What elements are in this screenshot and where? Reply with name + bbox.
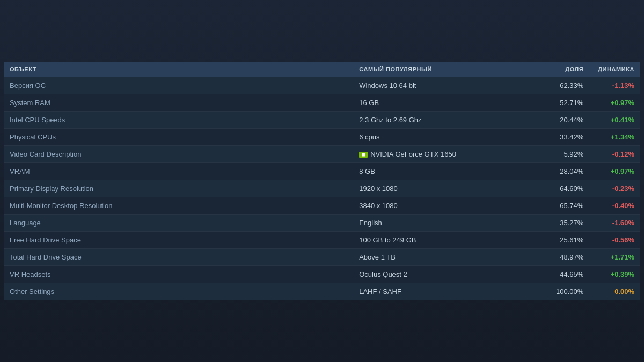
table-row: Intel CPU Speeds2.3 Ghz to 2.69 Ghz20.44… (4, 112, 640, 129)
table-row: VRAM8 GB28.04%+0.97% (4, 163, 640, 180)
cell-object: Video Card Description (4, 146, 354, 163)
cell-popular: ◼NVIDIA GeForce GTX 1650 (354, 146, 532, 163)
cell-share: 20.44% (532, 112, 589, 129)
cell-object: System RAM (4, 94, 354, 112)
table-row: Total Hard Drive SpaceAbove 1 TB48.97%+1… (4, 249, 640, 266)
cell-share: 28.04% (532, 163, 589, 180)
cell-share: 48.97% (532, 249, 589, 266)
cell-popular: Oculus Quest 2 (354, 266, 532, 283)
cell-dynamic: -1.13% (589, 77, 640, 94)
nvidia-icon: ◼ (359, 152, 368, 158)
cell-object: Total Hard Drive Space (4, 249, 354, 266)
cell-dynamic: 0.00% (589, 283, 640, 300)
cell-popular: 16 GB (354, 94, 532, 112)
table-header-row: ОБЪЕКТ САМЫЙ ПОПУЛЯРНЫЙ ДОЛЯ ДИНАМИКА (4, 62, 640, 77)
cell-object: Intel CPU Speeds (4, 112, 354, 129)
table-row: LanguageEnglish35.27%-1.60% (4, 215, 640, 232)
cell-share: 25.61% (532, 232, 589, 249)
table-row: VR HeadsetsOculus Quest 244.65%+0.39% (4, 266, 640, 283)
cell-dynamic: -1.60% (589, 215, 640, 232)
stats-table: ОБЪЕКТ САМЫЙ ПОПУЛЯРНЫЙ ДОЛЯ ДИНАМИКА Ве… (4, 62, 640, 300)
cell-dynamic: -0.40% (589, 197, 640, 215)
table-row: Video Card Description◼NVIDIA GeForce GT… (4, 146, 640, 163)
cell-object: Other Settings (4, 283, 354, 300)
header-dynamic: ДИНАМИКА (589, 62, 640, 77)
cell-popular: 100 GB to 249 GB (354, 232, 532, 249)
table-row: Primary Display Resolution1920 x 108064.… (4, 180, 640, 197)
header-share: ДОЛЯ (532, 62, 589, 77)
cell-object: Language (4, 215, 354, 232)
cell-object: Multi-Monitor Desktop Resolution (4, 197, 354, 215)
cell-popular: 8 GB (354, 163, 532, 180)
cell-dynamic: -0.23% (589, 180, 640, 197)
table-row: Physical CPUs6 cpus33.42%+1.34% (4, 129, 640, 146)
cell-dynamic: +1.34% (589, 129, 640, 146)
table-row: System RAM16 GB52.71%+0.97% (4, 94, 640, 112)
cell-popular: Above 1 TB (354, 249, 532, 266)
header-object: ОБЪЕКТ (4, 62, 354, 77)
cell-popular: Windows 10 64 bit (354, 77, 532, 94)
cell-share: 100.00% (532, 283, 589, 300)
cell-popular: 1920 x 1080 (354, 180, 532, 197)
cell-object: Версия ОС (4, 77, 354, 94)
cell-share: 5.92% (532, 146, 589, 163)
cell-popular: 2.3 Ghz to 2.69 Ghz (354, 112, 532, 129)
cell-dynamic: +0.97% (589, 94, 640, 112)
cell-share: 35.27% (532, 215, 589, 232)
table-row: Версия ОСWindows 10 64 bit62.33%-1.13% (4, 77, 640, 94)
cell-share: 33.42% (532, 129, 589, 146)
cell-share: 44.65% (532, 266, 589, 283)
cell-popular: English (354, 215, 532, 232)
cell-object: Free Hard Drive Space (4, 232, 354, 249)
table-container: ОБЪЕКТ САМЫЙ ПОПУЛЯРНЫЙ ДОЛЯ ДИНАМИКА Ве… (0, 62, 644, 300)
table-body: Версия ОСWindows 10 64 bit62.33%-1.13%Sy… (4, 77, 640, 300)
cell-share: 62.33% (532, 77, 589, 94)
table-row: Multi-Monitor Desktop Resolution3840 x 1… (4, 197, 640, 215)
cell-popular: LAHF / SAHF (354, 283, 532, 300)
cell-share: 65.74% (532, 197, 589, 215)
cell-dynamic: +0.39% (589, 266, 640, 283)
cell-object: Physical CPUs (4, 129, 354, 146)
cell-dynamic: -0.56% (589, 232, 640, 249)
cell-popular: 3840 x 1080 (354, 197, 532, 215)
table-row: Free Hard Drive Space100 GB to 249 GB25.… (4, 232, 640, 249)
header-popular: САМЫЙ ПОПУЛЯРНЫЙ (354, 62, 532, 77)
cell-object: VRAM (4, 163, 354, 180)
cell-dynamic: +0.97% (589, 163, 640, 180)
cell-dynamic: +1.71% (589, 249, 640, 266)
cell-share: 52.71% (532, 94, 589, 112)
cell-object: VR Headsets (4, 266, 354, 283)
cell-share: 64.60% (532, 180, 589, 197)
page-wrapper: ОБЪЕКТ САМЫЙ ПОПУЛЯРНЫЙ ДОЛЯ ДИНАМИКА Ве… (0, 0, 644, 362)
cell-dynamic: -0.12% (589, 146, 640, 163)
cell-object: Primary Display Resolution (4, 180, 354, 197)
table-row: Other SettingsLAHF / SAHF100.00%0.00% (4, 283, 640, 300)
cell-dynamic: +0.41% (589, 112, 640, 129)
cell-popular: 6 cpus (354, 129, 532, 146)
